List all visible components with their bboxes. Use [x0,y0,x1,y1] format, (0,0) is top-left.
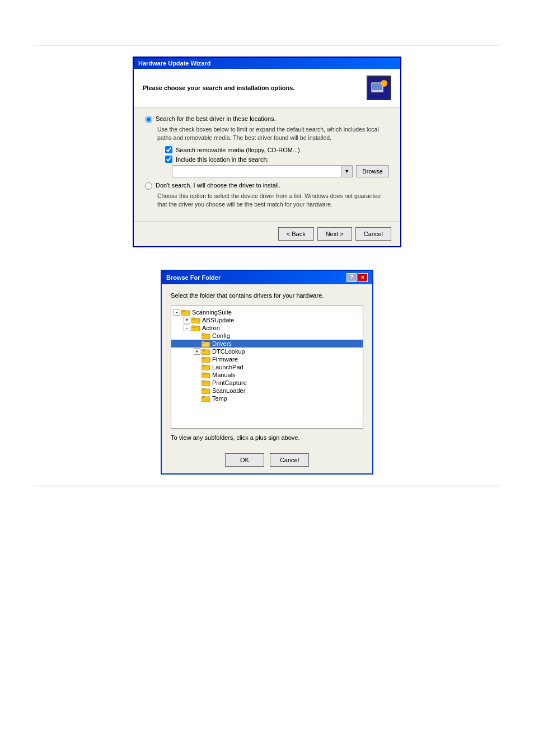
folder-icon [202,379,210,386]
bottom-divider [34,486,500,486]
checkbox-include-location[interactable] [165,156,172,163]
tree-item[interactable]: Temp [171,395,363,402]
tree-item-label: ScanningSuite [192,309,232,316]
svg-rect-19 [202,365,205,367]
folder-icon [202,340,210,347]
tree-item[interactable]: Manuals [171,371,363,379]
tree-toggle-empty [194,379,200,386]
svg-rect-21 [202,373,205,374]
checkbox2-row: Include this location in the search: [165,156,389,163]
option2-section: Don't search. I will choose the driver t… [145,182,389,208]
tree-item-label: ScanLoader [212,387,245,394]
wizard-header-text: Please choose your search and installati… [143,84,367,91]
folder-icon [181,309,190,316]
location-dropdown-arrow[interactable]: ▼ [341,165,353,177]
svg-rect-15 [202,349,205,351]
cancel-button-browse[interactable]: Cancel [270,453,309,467]
tree-item-label: ABSUpdate [202,317,234,323]
folder-icon [202,356,210,363]
browse-hint: To view any subfolders, click a plus sig… [171,434,363,441]
tree-item-label: Actron [202,325,220,331]
tree-item-label: DTCLookup [212,348,245,355]
tree-item[interactable]: - ScanningSuite [171,308,363,316]
svg-rect-9 [191,326,195,327]
tree-toggle-empty [194,340,200,347]
browse-body: Select the folder that contains drivers … [162,284,372,449]
tree-toggle-empty [194,372,200,378]
back-button[interactable]: < Back [278,227,314,241]
tree-item[interactable]: Drivers [171,340,363,348]
svg-text:↑: ↑ [382,81,385,87]
checkbox1-row: Search removable media (floppy, CD-ROM..… [165,146,389,153]
tree-toggle-empty [194,395,200,402]
tree-item[interactable]: - Actron [171,324,363,332]
browse-titlebar: Browse For Folder ? ✕ [162,271,372,284]
browse-footer: OK Cancel [162,449,372,473]
svg-rect-17 [202,357,205,359]
tree-item[interactable]: + ABSUpdate [171,316,363,324]
tree-item-label: PrintCapture [212,379,247,386]
wizard-footer: < Back Next > Cancel [134,221,400,246]
cancel-button[interactable]: Cancel [355,227,391,241]
checkbox2-label: Include this location in the search: [176,156,269,163]
browse-description: Select the folder that contains drivers … [171,292,363,299]
folder-icon [202,372,210,378]
tree-toggle[interactable]: - [174,309,180,316]
tree-item-label: Temp [212,395,227,402]
hardware-update-wizard: Hardware Update Wizard Please choose you… [133,57,401,247]
wizard-body: Search for the best driver in these loca… [134,107,400,221]
tree-toggle[interactable]: - [184,325,190,331]
tree-toggle[interactable]: + [184,317,190,323]
page-container: Hardware Update Wizard Please choose you… [0,11,534,520]
svg-rect-23 [202,381,205,382]
option1-label: Search for the best driver in these loca… [156,115,276,122]
checkbox1-label: Search removable media (floppy, CD-ROM..… [176,147,300,153]
tree-item-label: LaunchPad [212,364,243,370]
option1-description: Use the check boxes below to limit or ex… [157,125,389,142]
next-button[interactable]: Next > [317,227,352,241]
tree-toggle-empty [194,332,200,339]
option1-radio[interactable] [145,116,152,123]
folder-icon [202,364,210,370]
tree-toggle-empty [194,387,200,394]
tree-item[interactable]: Firmware [171,355,363,363]
folder-icon [191,317,200,323]
svg-rect-13 [202,341,205,343]
tree-item[interactable]: LaunchPad [171,363,363,371]
top-divider [34,45,500,45]
tree-item-label: Drivers [212,340,232,347]
wizard-header: Please choose your search and installati… [134,69,400,107]
option2-description: Choose this option to select the device … [157,192,389,208]
option1-row: Search for the best driver in these loca… [145,115,389,123]
svg-rect-5 [181,310,185,312]
option2-radio[interactable] [145,182,152,190]
location-input[interactable]: C: [172,165,341,177]
svg-rect-7 [191,318,195,320]
browse-for-folder-dialog: Browse For Folder ? ✕ Select the folder … [161,270,373,475]
location-row: C: ▼ Browse [172,165,389,177]
tree-item[interactable]: Config [171,332,363,340]
close-button[interactable]: ✕ [358,273,368,282]
browse-title: Browse For Folder [166,274,221,281]
svg-rect-25 [202,388,205,390]
help-button[interactable]: ? [346,273,357,282]
tree-item-label: Manuals [212,372,236,378]
tree-item[interactable]: + DTCLookup [171,348,363,355]
tree-toggle-empty [194,364,200,370]
option2-row: Don't search. I will choose the driver t… [145,182,389,190]
folder-tree[interactable]: - ScanningSuite+ ABSUpdate- Actron Confi… [171,306,363,429]
wizard-icon: ↑ [367,76,391,100]
wizard-titlebar: Hardware Update Wizard [134,58,400,69]
tree-item[interactable]: ScanLoader [171,387,363,395]
tree-toggle[interactable]: + [194,348,200,355]
folder-icon [202,332,210,339]
folder-icon [202,387,210,394]
tree-item[interactable]: PrintCapture [171,379,363,387]
ok-button[interactable]: OK [225,453,264,467]
folder-icon [202,348,210,355]
checkbox-removable-media[interactable] [165,146,172,153]
svg-rect-11 [202,334,205,335]
wizard-title: Hardware Update Wizard [138,60,211,67]
browse-button[interactable]: Browse [356,165,389,177]
tree-item-label: Config [212,332,230,339]
